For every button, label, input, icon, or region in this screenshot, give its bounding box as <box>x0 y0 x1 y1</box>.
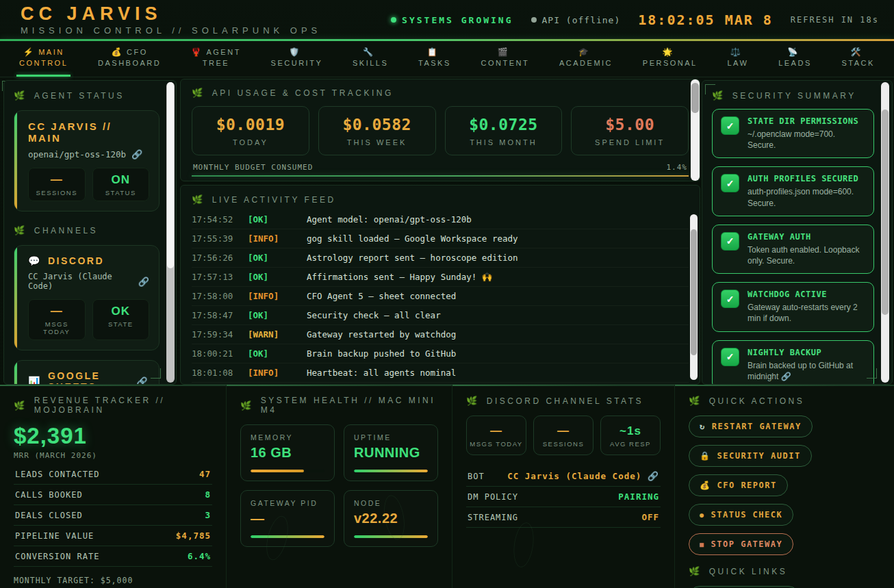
revenue-row-value: 6.4% <box>188 551 211 561</box>
nav-tab[interactable]: ⚡ MAIN CONTROL <box>16 41 71 77</box>
scrollbar-thumb[interactable] <box>167 82 174 268</box>
button-label: STATUS CHECK <box>711 510 783 520</box>
log-row: 17:55:39 [INFO] gog skill loaded — Googl… <box>192 229 689 248</box>
security-check-card: ✓ NIGHTLY BACKUP Brain backed up to GitH… <box>712 340 874 385</box>
log-time: 18:00:21 <box>192 348 248 359</box>
discord-stats-header: 🌿 DISCORD CHANNEL STATS <box>466 396 661 406</box>
check-icon: ✓ <box>721 290 739 308</box>
tab-label-line2: DASHBOARD <box>98 59 161 67</box>
nav-tab-top: 🦞 AGENT <box>191 47 241 57</box>
systems-status-dot <box>391 17 396 23</box>
scrollbar[interactable] <box>690 214 698 380</box>
section-title: CHANNELS <box>34 226 98 235</box>
nav-tab[interactable]: 🌟 PERSONAL <box>640 41 700 77</box>
nav-tab[interactable]: 📡 LEADS <box>776 41 815 77</box>
log-time: 17:54:52 <box>192 214 248 225</box>
system-metric-bar-fill <box>354 470 428 472</box>
log-time: 17:59:34 <box>192 329 248 340</box>
live-activity-feed-panel: 🌿 LIVE ACTIVITY FEED 17:54:52 [OK] Agent… <box>180 185 700 385</box>
security-card-desc: Token auth enabled. Loopback only. Secur… <box>748 244 865 266</box>
leaf-icon: 🌿 <box>14 400 27 411</box>
button-label: STOP GATEWAY <box>711 539 783 549</box>
api-usage-panel: 🌿 API USAGE & COST TRACKING $0.0019 TODA… <box>180 79 700 181</box>
header: CC JARVIS MISSION CONTROL // SOLARPUNK O… <box>0 0 894 40</box>
link-icon[interactable]: 🔗 <box>131 149 142 159</box>
bot-row: BOT CC Jarvis (Claude Code) 🔗 <box>466 466 661 487</box>
revenue-row: DEALS CLOSED 3 <box>14 505 212 526</box>
system-metric-bar-fill <box>251 470 304 472</box>
scrollbar[interactable] <box>691 79 700 181</box>
api-cost-card: $0.0725 THIS MONTH <box>445 106 563 155</box>
discord-stat-box: — SESSIONS <box>533 416 593 455</box>
nav-tab[interactable]: 💰 CFO DASHBOARD <box>95 41 164 77</box>
monthly-target-label: MONTHLY TARGET: $5,000 <box>14 576 212 585</box>
api-cost-card: $5.00 SPEND LIMIT <box>571 106 689 155</box>
link-icon[interactable]: 🔗 <box>138 277 149 287</box>
security-card-body: NIGHTLY BACKUP Brain backed up to GitHub… <box>748 348 865 382</box>
feed-header: 🌿 LIVE ACTIVITY FEED <box>192 194 689 205</box>
system-metric-card: MEMORY 16 GB <box>240 424 335 481</box>
revenue-row-label: LEADS CONTACTED <box>15 470 99 479</box>
tab-icon: ⚡ <box>23 47 35 57</box>
nav-tab[interactable]: 🎓 ACADEMIC <box>557 41 615 77</box>
nav-tab[interactable]: 🛠️ STACK <box>839 41 877 77</box>
tab-label-line2: CONTROL <box>19 59 68 67</box>
nav-tab[interactable]: ⚖️ LAW <box>724 41 751 77</box>
nav-tab[interactable]: 🛡️ SECURITY <box>268 41 326 77</box>
security-card-title: NIGHTLY BACKUP <box>748 348 865 357</box>
scrollbar-thumb[interactable] <box>882 110 889 315</box>
log-message: Gateway restarted by watchdog <box>307 329 456 340</box>
log-message: Heartbeat: all agents nominal <box>307 368 456 378</box>
quick-action-button[interactable]: 🔒 SECURITY AUDIT <box>689 445 812 467</box>
quick-action-button[interactable]: ● STATUS CHECK <box>689 504 793 526</box>
sheets-card-title: 📊 GOOGLE SHEETS 🔗 <box>28 370 149 385</box>
system-metric-bar-fill <box>251 535 324 538</box>
quick-action-button[interactable]: ↻ RESTART GATEWAY <box>689 416 813 437</box>
api-cost-value: $5.00 <box>576 116 684 133</box>
section-title: LIVE ACTIVITY FEED <box>212 195 336 205</box>
button-label: CFO REPORT <box>717 481 776 490</box>
api-cost-label: TODAY <box>196 138 305 146</box>
tab-label-line2: STACK <box>841 59 874 67</box>
revenue-tracker-panel: 🌿 REVENUE TRACKER // MOJOBRAIN $2,391 MR… <box>0 385 226 588</box>
agent-stats: — SESSIONS ON STATUS <box>28 168 149 201</box>
discord-channel-card: 💬 DISCORD CC Jarvis (Claude Code) 🔗 — MS… <box>14 245 159 350</box>
tab-icon: 🎬 <box>498 47 509 57</box>
dm-policy-value: PAIRING <box>618 491 659 502</box>
system-metric-label: UPTIME <box>354 433 428 442</box>
quick-action-button[interactable]: ■ STOP GATEWAY <box>689 533 793 555</box>
sheets-name: GOOGLE SHEETS <box>48 370 130 385</box>
scrollbar[interactable] <box>166 82 175 383</box>
quick-action-button[interactable]: 💰 CFO REPORT <box>689 474 788 496</box>
system-metric-value: RUNNING <box>354 445 428 461</box>
log-message: Affirmations sent — Happy Sunday! 🙌 <box>307 272 492 282</box>
button-label: RESTART GATEWAY <box>712 422 802 431</box>
leaf-icon: 🌿 <box>192 194 205 205</box>
log-time: 17:58:47 <box>192 310 248 320</box>
systems-status: SYSTEMS GROWING <box>391 15 513 25</box>
button-icon: ■ <box>700 541 705 548</box>
revenue-row-label: CALLS BOOKED <box>15 490 83 500</box>
nav-tab[interactable]: 🔧 SKILLS <box>350 41 391 77</box>
system-cards: MEMORY 16 GB UPTIME RUNNING GATEWAY PID … <box>240 424 438 547</box>
nav-tab[interactable]: 📋 TASKS <box>416 41 454 77</box>
log-time: 17:58:00 <box>192 291 248 301</box>
leaf-decoration <box>511 521 537 568</box>
nav-tab[interactable]: 🎬 CONTENT <box>478 41 533 77</box>
center-column: 🌿 API USAGE & COST TRACKING $0.0019 TODA… <box>180 79 700 385</box>
state-label: STATE <box>96 320 146 328</box>
mission-control-app: CC JARVIS MISSION CONTROL // SOLARPUNK O… <box>0 0 894 588</box>
log-row: 17:54:52 [OK] Agent model: openai/gpt-os… <box>192 210 689 229</box>
mrr-value: $2,391 <box>14 423 212 449</box>
scrollbar-thumb[interactable] <box>691 229 697 355</box>
nav-tab[interactable]: 🦞 AGENT TREE <box>188 41 244 77</box>
system-metric-value: v22.22 <box>354 511 428 526</box>
link-icon[interactable]: 🔗 <box>136 376 149 385</box>
log-time: 17:56:26 <box>192 253 248 263</box>
button-icon: ↻ <box>700 422 706 431</box>
revenue-rows: LEADS CONTACTED 47 CALLS BOOKED 8 DEALS … <box>14 464 212 567</box>
section-title: QUICK ACTIONS <box>709 396 805 406</box>
scrollbar[interactable] <box>881 82 889 383</box>
link-icon[interactable]: 🔗 <box>648 471 659 481</box>
scrollbar-thumb[interactable] <box>691 83 699 113</box>
